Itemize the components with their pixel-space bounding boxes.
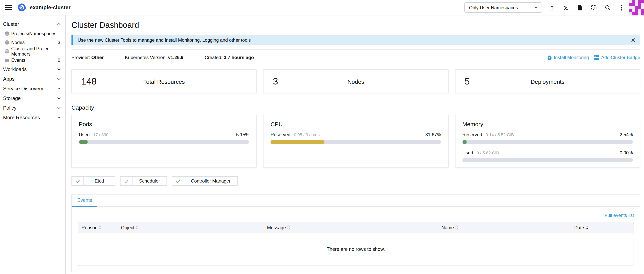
progress-bar bbox=[462, 158, 633, 162]
import-yaml-button[interactable] bbox=[545, 0, 559, 15]
column-label: Name bbox=[442, 225, 454, 230]
sort-icon bbox=[136, 225, 139, 230]
column-header-date[interactable]: Date bbox=[571, 225, 634, 230]
page-title: Cluster Dashboard bbox=[72, 20, 640, 30]
sidebar-group-service-discovery[interactable]: Service Discovery bbox=[0, 84, 65, 93]
sort-icon bbox=[99, 225, 102, 230]
glance-created: Created: 3.7 hours ago bbox=[205, 55, 254, 60]
namespace-filter-select[interactable]: Only User Namespaces bbox=[464, 2, 542, 13]
chevron-down-icon bbox=[57, 115, 61, 120]
capacity-card-cpu: CPU Reserved 0.95 / 3 cores 31.67% bbox=[263, 115, 448, 168]
download-kubeconfig-button[interactable] bbox=[573, 0, 587, 15]
install-monitoring-link[interactable]: Install Monitoring bbox=[547, 55, 589, 60]
stats-row: 148 Total Resources 3 Nodes 5 Deployment… bbox=[72, 69, 640, 93]
chevron-down-icon bbox=[57, 106, 61, 110]
glance-k8s-value: v1.26.9 bbox=[168, 55, 184, 60]
status-badge-label: Etcd bbox=[84, 177, 115, 185]
sort-icon bbox=[455, 225, 458, 230]
sidebar-item-cluster-project-members[interactable]: Cluster and Project Members bbox=[0, 47, 65, 55]
column-label: Reason bbox=[82, 225, 98, 230]
gauge-detail: 17 / 330 bbox=[93, 132, 108, 137]
capacity-heading: Capacity bbox=[72, 104, 640, 111]
sidebar-group-cluster[interactable]: Cluster bbox=[0, 19, 65, 29]
gauge-percent: 0.00% bbox=[620, 150, 633, 156]
close-icon bbox=[631, 38, 636, 42]
sidebar-item-nodes[interactable]: Nodes 3 bbox=[0, 38, 65, 47]
status-badge-label: Controller Manager bbox=[184, 177, 237, 185]
sidebar-item-label: Cluster and Project Members bbox=[11, 46, 60, 56]
sidebar-item-label: Projects/Namespaces bbox=[11, 31, 56, 36]
cluster-tools-banner: Use the new Cluster Tools to manage and … bbox=[72, 35, 640, 45]
install-monitoring-label: Install Monitoring bbox=[554, 55, 589, 60]
column-header-reason[interactable]: Reason bbox=[78, 225, 118, 230]
status-badge-scheduler: Scheduler bbox=[120, 176, 167, 186]
gauge-memory-reserved: Reserved 0.14 / 5.52 GiB 2.54% bbox=[462, 132, 633, 144]
events-table: Reason Object Message Name bbox=[78, 222, 634, 266]
column-header-object[interactable]: Object bbox=[118, 225, 264, 230]
sidebar-group-storage[interactable]: Storage bbox=[0, 93, 65, 103]
sidebar-group-apps[interactable]: Apps bbox=[0, 74, 65, 84]
search-icon bbox=[604, 4, 611, 10]
stat-label: Total Resources bbox=[72, 78, 256, 85]
sidebar-item-label: Nodes bbox=[11, 39, 24, 45]
gauge-percent: 31.67% bbox=[425, 132, 441, 137]
file-icon bbox=[577, 4, 582, 10]
kebab-menu-icon bbox=[621, 4, 622, 10]
glance-actions: Install Monitoring Add Cluster Badge bbox=[547, 55, 640, 60]
chevron-down-icon bbox=[534, 5, 538, 10]
sidebar-item-projects-namespaces[interactable]: Projects/Namespaces bbox=[0, 29, 65, 38]
glance-created-label: Created: bbox=[205, 55, 222, 60]
events-link-row: Full events list bbox=[72, 207, 640, 222]
banner-close-button[interactable] bbox=[631, 38, 636, 42]
sidebar-group-more-resources[interactable]: More Resources bbox=[0, 113, 65, 122]
sidebar-group-label: Policy bbox=[3, 105, 16, 111]
sidebar-group-workloads[interactable]: Workloads bbox=[0, 64, 65, 74]
glance-provider: Provider: Other bbox=[72, 55, 104, 60]
kubectl-shell-button[interactable] bbox=[559, 0, 573, 15]
add-cluster-badge-link[interactable]: Add Cluster Badge bbox=[594, 55, 640, 60]
stat-card-deployments: 5 Deployments bbox=[455, 69, 640, 93]
stat-card-total-resources: 148 Total Resources bbox=[72, 69, 257, 93]
globe-icon bbox=[5, 40, 9, 44]
column-header-name[interactable]: Name bbox=[438, 225, 571, 230]
gauge-label: Reserved bbox=[462, 132, 482, 137]
add-cluster-badge-label: Add Cluster Badge bbox=[601, 55, 640, 60]
gauge-label: Reserved bbox=[270, 132, 290, 137]
chevron-down-icon bbox=[57, 96, 61, 100]
capacity-card-memory: Memory Reserved 0.14 / 5.52 GiB 2.54% Us… bbox=[455, 115, 640, 168]
search-button[interactable] bbox=[601, 0, 615, 15]
upload-icon bbox=[549, 4, 555, 10]
copy-kubeconfig-button[interactable] bbox=[587, 0, 601, 15]
capacity-card-title: Pods bbox=[79, 121, 249, 127]
sidebar-item-label: Events bbox=[11, 57, 25, 63]
avatar[interactable] bbox=[629, 0, 644, 15]
events-panel: Events Full events list Reason Object bbox=[72, 194, 640, 272]
glance-k8s-label: Kubernetes Version: bbox=[125, 55, 167, 60]
globe-icon bbox=[5, 49, 9, 53]
gauge-detail: 0.14 / 5.52 GiB bbox=[486, 132, 514, 137]
component-status-row: Etcd Scheduler Controller Manager bbox=[72, 176, 640, 186]
full-events-list-link[interactable]: Full events list bbox=[604, 213, 634, 218]
copy-clipboard-icon bbox=[591, 4, 597, 10]
progress-bar-fill bbox=[270, 140, 325, 144]
sidebar-group-label: More Resources bbox=[3, 115, 40, 120]
sidebar-item-events[interactable]: Events 0 bbox=[0, 55, 65, 64]
tab-events[interactable]: Events bbox=[72, 195, 97, 207]
column-label: Object bbox=[121, 225, 134, 230]
check-icon bbox=[120, 177, 132, 185]
hamburger-menu-icon[interactable] bbox=[4, 2, 14, 12]
gauge-detail: 0 / 5.82 GiB bbox=[476, 151, 499, 155]
check-icon bbox=[172, 177, 184, 185]
chevron-up-icon bbox=[57, 22, 61, 26]
sidebar-group-policy[interactable]: Policy bbox=[0, 103, 65, 113]
more-options-button[interactable] bbox=[615, 0, 628, 15]
progress-bar bbox=[79, 140, 249, 144]
capacity-card-title: CPU bbox=[270, 121, 441, 127]
section-divider bbox=[72, 49, 640, 50]
column-label: Date bbox=[574, 225, 584, 230]
check-icon bbox=[72, 177, 84, 185]
cluster-badge-icon bbox=[594, 55, 600, 60]
gauge-label: Used bbox=[79, 132, 90, 137]
events-table-header: Reason Object Message Name bbox=[78, 222, 634, 233]
column-header-message[interactable]: Message bbox=[264, 225, 438, 230]
